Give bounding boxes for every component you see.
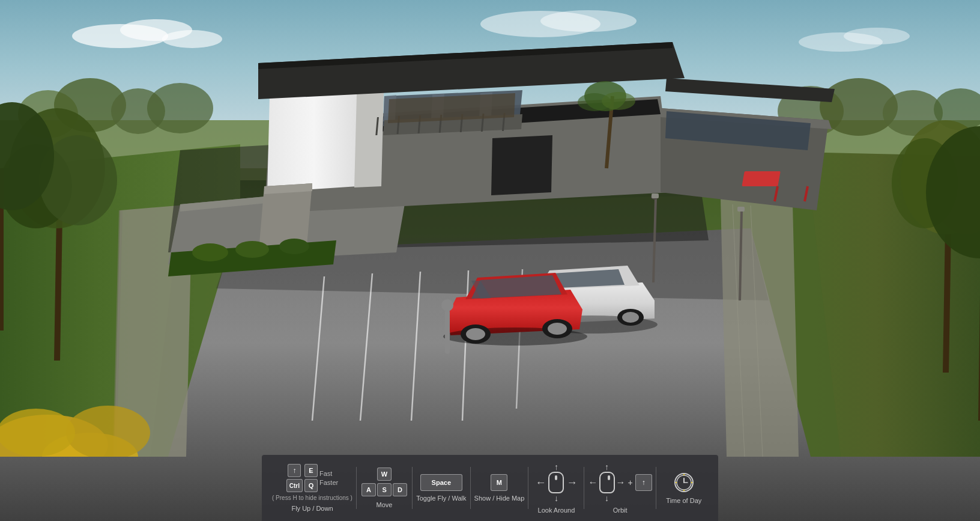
svg-point-103: [441, 299, 453, 311]
svg-marker-29: [721, 198, 799, 457]
mouse-icon: [548, 472, 564, 493]
mouse-scroll: [555, 475, 557, 480]
svg-point-7: [844, 28, 910, 44]
svg-point-101: [548, 323, 567, 335]
svg-point-5: [540, 10, 637, 32]
look-around-group: ← ↑ ↓ → Look Around: [532, 462, 580, 514]
show-hide-map-label: Show / Hide Map: [474, 495, 525, 502]
svg-point-105: [192, 243, 228, 261]
fly-up-down-label: Fly Up / Down: [291, 505, 333, 512]
faster-label: Faster: [319, 479, 338, 486]
divider-3: [470, 467, 471, 509]
right-arrow-orbit: →: [616, 477, 626, 488]
svg-point-79: [0, 409, 75, 457]
move-group: W A S D Move: [360, 468, 408, 508]
s-key: S: [377, 483, 392, 496]
press-h-hint: ( Press H to hide instructions ): [272, 495, 352, 501]
divider-2: [412, 467, 413, 509]
svg-rect-82: [652, 193, 659, 198]
divider-1: [356, 467, 357, 509]
move-label: Move: [377, 501, 393, 508]
up-arrow-icon-la: ↑: [554, 462, 558, 472]
svg-point-92: [622, 312, 639, 323]
svg-marker-59: [491, 135, 552, 195]
clock-icon: [674, 473, 694, 492]
m-key: M: [491, 474, 507, 491]
show-hide-map-group: M Show / Hide Map: [474, 474, 525, 502]
left-arrow-orbit: ←: [588, 477, 598, 488]
time-of-day-group: Time of Day: [660, 472, 708, 504]
look-around-label: Look Around: [538, 507, 575, 514]
fly-up-down-group: ↑ Ctrl E Q Fast Faster ( Press H to hide…: [272, 464, 352, 512]
down-arrow-icon-la: ↓: [554, 493, 558, 503]
d-key: D: [393, 483, 407, 496]
mouse-icon-orbit: [599, 472, 615, 493]
svg-point-106: [235, 241, 269, 258]
e-key: E: [304, 464, 318, 477]
a-key: A: [361, 483, 376, 496]
toggle-fly-walk-group: Space Toggle Fly / Walk: [416, 474, 466, 502]
svg-rect-108: [742, 171, 780, 186]
w-key: W: [377, 468, 392, 481]
down-arrow-orbit: ↓: [605, 493, 609, 503]
svg-point-12: [147, 83, 213, 133]
svg-point-107: [279, 239, 309, 254]
svg-point-99: [466, 328, 485, 340]
divider-4: [528, 467, 528, 509]
divider-6: [656, 467, 656, 509]
right-arrow-icon: →: [566, 477, 577, 489]
mouse-right-btn: [608, 475, 610, 480]
plus-icon: +: [628, 478, 633, 487]
toggle-fly-walk-label: Toggle Fly / Walk: [416, 495, 466, 502]
viewport: ↑ Ctrl E Q Fast Faster ( Press H to hide…: [0, 0, 980, 521]
left-arrow-icon: ←: [535, 477, 546, 489]
svg-rect-84: [737, 207, 745, 212]
controls-bar: ↑ Ctrl E Q Fast Faster ( Press H to hide…: [262, 455, 718, 521]
up-arrow-orbit: ↑: [605, 462, 609, 472]
q-key: Q: [304, 479, 318, 492]
svg-point-63: [602, 92, 635, 110]
up-key-orbit: ↑: [635, 474, 652, 491]
scene-svg: [0, 0, 980, 457]
time-of-day-label: Time of Day: [666, 497, 701, 504]
fast-label: Fast: [319, 470, 338, 477]
space-key: Space: [420, 474, 462, 491]
orbit-label: Orbit: [613, 507, 628, 514]
svg-point-3: [162, 30, 222, 48]
divider-5: [584, 467, 584, 509]
orbit-group: ↑ ← → ↓ + ↑ Orbit: [588, 462, 652, 514]
ctrl-key: Ctrl: [286, 479, 303, 492]
up-arrow-key: ↑: [288, 464, 301, 477]
